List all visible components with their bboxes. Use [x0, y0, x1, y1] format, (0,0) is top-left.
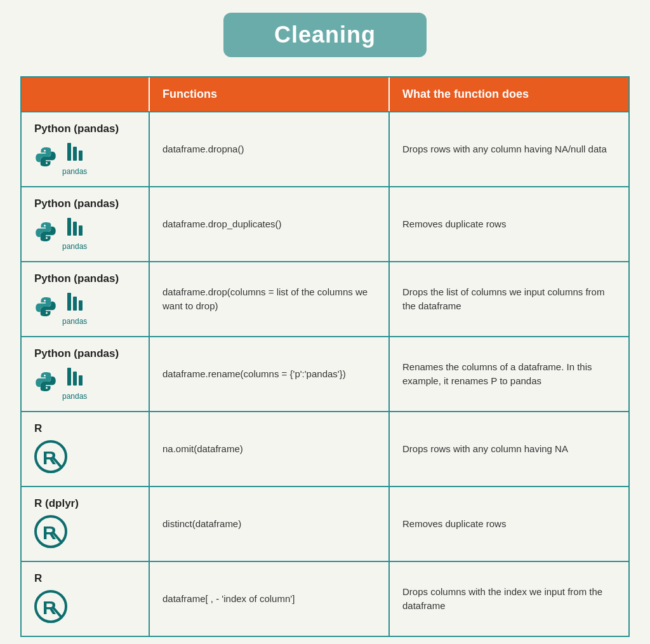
- function-text: na.omit(dataframe): [162, 442, 376, 457]
- function-text: dataframe.drop_duplicates(): [162, 217, 376, 232]
- pandas-icon-group: pandas: [62, 140, 87, 176]
- svg-rect-2: [79, 151, 83, 161]
- pandas-label: pandas: [62, 317, 87, 326]
- lang-label: R: [34, 422, 42, 435]
- table-header: Functions What the function does: [22, 77, 628, 111]
- main-table: Functions What the function does Python …: [20, 76, 630, 637]
- pandas-label: pandas: [62, 392, 87, 401]
- description-cell: Drops columns with the index we input fr…: [388, 562, 628, 636]
- description-text: Drops rows with any column having NA: [402, 442, 616, 457]
- table-row: Python (pandas) pandas dataframe.dropna(…: [22, 111, 628, 186]
- lang-cell: R R: [22, 562, 149, 636]
- pandas-icon: [66, 290, 84, 316]
- svg-rect-1: [73, 147, 77, 161]
- table-row: R (dplyr) R distinct(dataframe) Removes …: [22, 486, 628, 561]
- svg-rect-5: [79, 225, 83, 236]
- lang-icons: pandas: [34, 215, 87, 251]
- description-cell: Drops rows with any column having NA/nul…: [388, 112, 628, 186]
- title-container: Cleaning: [223, 13, 427, 57]
- lang-label: R (dplyr): [34, 497, 79, 510]
- table-row: Python (pandas) pandas dataframe.drop_du…: [22, 186, 628, 261]
- lang-label: R: [34, 572, 42, 585]
- description-cell: Removes duplicate rows: [388, 487, 628, 561]
- svg-rect-8: [79, 300, 83, 311]
- svg-rect-4: [73, 222, 77, 236]
- r-icon-wrapper: R: [34, 440, 67, 476]
- description-text: Renames the columns of a dataframe. In t…: [402, 360, 616, 389]
- function-text: dataframe.drop(columns = list of the col…: [162, 285, 376, 314]
- pandas-icon-group: pandas: [62, 215, 87, 251]
- function-text: dataframe.dropna(): [162, 142, 376, 157]
- function-cell: dataframe.drop(columns = list of the col…: [149, 262, 388, 336]
- table-row: Python (pandas) pandas dataframe.drop(co…: [22, 261, 628, 336]
- function-text: dataframe.rename(columns = {'p':'pandas'…: [162, 367, 376, 382]
- python-icon: [34, 295, 57, 321]
- description-cell: Drops rows with any column having NA: [388, 412, 628, 486]
- pandas-icon: [66, 215, 84, 241]
- r-icon: R: [34, 590, 67, 626]
- r-icon: R: [34, 515, 67, 551]
- description-cell: Renames the columns of a dataframe. In t…: [388, 337, 628, 411]
- lang-cell: Python (pandas) pandas: [22, 112, 149, 186]
- pandas-label: pandas: [62, 167, 87, 176]
- r-icon-wrapper: R: [34, 590, 67, 626]
- python-icon: [34, 145, 57, 171]
- lang-label: Python (pandas): [34, 198, 119, 210]
- description-text: Removes duplicate rows: [402, 217, 616, 232]
- table-row: R R na.omit(dataframe) Drops rows with a…: [22, 411, 628, 486]
- description-cell: Removes duplicate rows: [388, 187, 628, 261]
- lang-cell: Python (pandas) pandas: [22, 187, 149, 261]
- lang-label: Python (pandas): [34, 347, 119, 360]
- python-icon: [34, 370, 57, 396]
- page-title: Cleaning: [274, 22, 376, 48]
- table-body: Python (pandas) pandas dataframe.dropna(…: [22, 111, 628, 636]
- header-col1: [22, 77, 149, 111]
- function-text: dataframe[ , - 'index of column']: [162, 592, 376, 607]
- lang-icons: pandas: [34, 365, 87, 401]
- pandas-icon-group: pandas: [62, 290, 87, 326]
- lang-label: Python (pandas): [34, 123, 119, 135]
- lang-icons: pandas: [34, 290, 87, 326]
- function-text: distinct(dataframe): [162, 517, 376, 532]
- table-row: Python (pandas) pandas dataframe.rename(…: [22, 336, 628, 411]
- lang-cell: R R: [22, 412, 149, 486]
- svg-rect-11: [79, 375, 83, 386]
- function-cell: dataframe[ , - 'index of column']: [149, 562, 388, 636]
- header-col3: What the function does: [388, 77, 628, 111]
- pandas-icon: [66, 140, 84, 166]
- svg-rect-0: [67, 143, 71, 161]
- lang-icons: pandas: [34, 140, 87, 176]
- description-cell: Drops the list of columns we input colum…: [388, 262, 628, 336]
- r-icon: R: [34, 440, 67, 476]
- header-col2: Functions: [149, 77, 388, 111]
- lang-cell: Python (pandas) pandas: [22, 337, 149, 411]
- pandas-icon-group: pandas: [62, 365, 87, 401]
- pandas-icon: [66, 365, 84, 391]
- function-cell: dataframe.drop_duplicates(): [149, 187, 388, 261]
- lang-cell: Python (pandas) pandas: [22, 262, 149, 336]
- svg-rect-3: [67, 218, 71, 236]
- python-icon: [34, 220, 57, 246]
- svg-rect-7: [73, 297, 77, 311]
- function-cell: dataframe.dropna(): [149, 112, 388, 186]
- lang-cell: R (dplyr) R: [22, 487, 149, 561]
- description-text: Drops the list of columns we input colum…: [402, 285, 616, 314]
- pandas-label: pandas: [62, 242, 87, 251]
- function-cell: distinct(dataframe): [149, 487, 388, 561]
- description-text: Drops rows with any column having NA/nul…: [402, 142, 616, 157]
- description-text: Drops columns with the index we input fr…: [402, 585, 616, 614]
- lang-label: Python (pandas): [34, 272, 119, 285]
- svg-rect-10: [73, 372, 77, 386]
- svg-rect-6: [67, 293, 71, 311]
- svg-rect-9: [67, 368, 71, 386]
- function-cell: na.omit(dataframe): [149, 412, 388, 486]
- function-cell: dataframe.rename(columns = {'p':'pandas'…: [149, 337, 388, 411]
- r-icon-wrapper: R: [34, 515, 67, 551]
- description-text: Removes duplicate rows: [402, 517, 616, 532]
- table-row: R R dataframe[ , - 'index of column'] Dr…: [22, 561, 628, 636]
